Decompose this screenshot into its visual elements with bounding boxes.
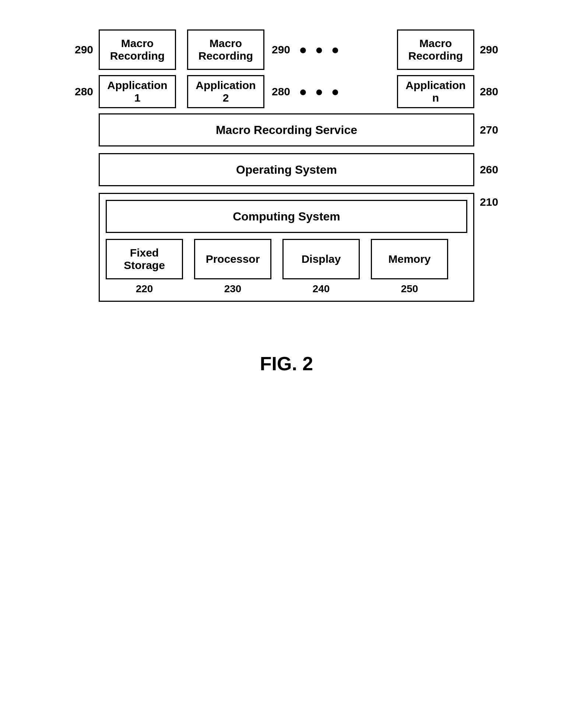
os-row: Operating System 260 — [75, 153, 498, 186]
label-250: 250 — [401, 283, 418, 295]
fixed-storage-box: Fixed Storage — [106, 239, 183, 279]
appn-box: Application n — [397, 75, 474, 108]
app1-box: Application 1 — [99, 75, 176, 108]
label-290-left: 290 — [75, 43, 99, 56]
os-box: Operating System — [99, 153, 474, 186]
fixed-storage-item: Fixed Storage 220 — [106, 239, 183, 295]
row-280-content: Application 1 Application 2 280 ● ● ● Ap… — [99, 75, 474, 108]
display-item: Display 240 — [282, 239, 360, 295]
memory-box: Memory — [371, 239, 448, 279]
computing-system-row: Computing System Fixed Storage 220 Proce… — [75, 193, 498, 302]
display-box: Display — [282, 239, 360, 279]
fig-caption: FIG. 2 — [260, 353, 313, 375]
label-240: 240 — [313, 283, 330, 295]
macro-service-box: Macro Recording Service — [99, 113, 474, 146]
row-280-apps: 280 Application 1 Application 2 280 ● ● … — [75, 75, 498, 108]
app2-box: Application 2 — [187, 75, 264, 108]
row-290-content: Macro Recording Macro Recording 290 ● ● … — [99, 29, 474, 70]
macro-recording-1-group: Macro Recording — [99, 29, 176, 70]
macro-recording-n-box: Macro Recording — [397, 29, 474, 70]
label-230: 230 — [224, 283, 242, 295]
label-280-right: 280 — [474, 85, 498, 98]
label-270: 270 — [474, 124, 498, 136]
appn-group: Application n — [397, 75, 474, 108]
diagram-container: 290 Macro Recording Macro Recording 290 … — [75, 29, 498, 308]
label-280-left: 280 — [75, 85, 99, 98]
macro-recording-2-group: Macro Recording — [187, 29, 264, 70]
macro-recording-2-box: Macro Recording — [187, 29, 264, 70]
macro-recording-n-group: Macro Recording — [397, 29, 474, 70]
computing-system-outer-box: Computing System Fixed Storage 220 Proce… — [99, 193, 474, 302]
dots-290: ● ● ● — [299, 42, 341, 57]
label-290-middle: 290 — [272, 43, 290, 56]
hardware-row: Fixed Storage 220 Processor 230 Display … — [106, 239, 467, 295]
label-280-middle: 280 — [272, 85, 290, 98]
label-260: 260 — [474, 163, 498, 176]
label-220: 220 — [136, 283, 153, 295]
row-290-macro: 290 Macro Recording Macro Recording 290 … — [75, 29, 498, 70]
app1-group: Application 1 — [99, 75, 176, 108]
macro-recording-1-box: Macro Recording — [99, 29, 176, 70]
app2-group: Application 2 — [187, 75, 264, 108]
computing-system-title-box: Computing System — [106, 200, 467, 233]
processor-box: Processor — [194, 239, 271, 279]
dots-280: ● ● ● — [299, 84, 341, 99]
processor-item: Processor 230 — [194, 239, 271, 295]
macro-service-row: Macro Recording Service 270 — [75, 113, 498, 146]
label-210: 210 — [474, 193, 498, 208]
memory-item: Memory 250 — [371, 239, 448, 295]
label-290-right: 290 — [474, 43, 498, 56]
